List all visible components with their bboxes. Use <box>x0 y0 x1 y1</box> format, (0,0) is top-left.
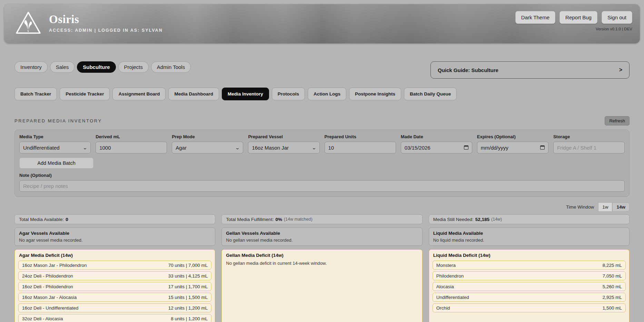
sub-tabs: Batch TrackerPesticide TrackerAssignment… <box>14 88 630 100</box>
liquid-deficit-list: Monstera 8,225 mL Philodendron 7,050 mL … <box>433 261 626 312</box>
deficit-row: Orchid 1,500 mL <box>433 303 626 312</box>
time-window-option[interactable]: 14w <box>612 202 630 212</box>
sub-tab[interactable]: Media Inventory <box>222 88 269 100</box>
refresh-button[interactable]: Refresh <box>605 116 630 125</box>
prep-mode-label: Prep Mode <box>172 134 243 139</box>
agar-deficit-title: Agar Media Deficit (14w) <box>18 253 211 258</box>
section-title: PREPARED MEDIA INVENTORY <box>14 118 102 123</box>
gellan-deficit-title: Gellan Media Deficit (14w) <box>225 253 418 258</box>
calendar-icon <box>464 145 468 150</box>
deficit-row: 16oz Deli - Undifferentiated 12 units | … <box>18 303 211 312</box>
access-line: ACCESS: ADMIN | LOGGED IN AS: SYLVAN <box>49 28 163 33</box>
header-button[interactable]: Sign out <box>602 11 632 24</box>
liquid-deficit-panel: Liquid Media Deficit (14w) Monstera 8,22… <box>429 249 630 322</box>
derived-ml-label: Derived mL <box>96 134 167 139</box>
media-type-select[interactable]: Undifferentiated ⌄ <box>19 142 91 153</box>
header-button[interactable]: Dark Theme <box>515 11 555 24</box>
storage-label: Storage <box>553 134 625 139</box>
deficit-row: Philodendron 7,050 mL <box>433 271 626 280</box>
sub-tab[interactable]: Assignment Board <box>112 88 166 100</box>
deficit-row: 16oz Deli - Philodendron 17 units | 1,70… <box>18 282 211 291</box>
gellan-deficit-panel: Gellan Media Deficit (14w) No gellan med… <box>221 249 422 322</box>
summary-bar: Media Still Needed: 52,185 (14w) <box>429 214 630 224</box>
agar-deficit-list: 16oz Mason Jar - Philodendron 70 units |… <box>18 261 211 322</box>
made-date-label: Made Date <box>401 134 472 139</box>
expires-input[interactable]: mm/dd/yyyy <box>477 142 548 153</box>
time-window-option[interactable]: 1w <box>598 202 612 212</box>
chevron-down-icon: ⌄ <box>235 145 240 150</box>
note-input[interactable] <box>19 180 625 192</box>
quick-guide-button[interactable]: Quick Guide: Subculture > <box>430 61 630 79</box>
main-tab[interactable]: Sales <box>50 61 75 73</box>
osiris-logo-icon <box>14 10 42 35</box>
chevron-down-icon: ⌄ <box>83 145 88 150</box>
quick-guide-label: Quick Guide: Subculture <box>438 67 498 73</box>
main-tab[interactable]: Admin Tools <box>151 61 191 73</box>
header-banner: Osiris ACCESS: ADMIN | LOGGED IN AS: SYL… <box>4 4 640 43</box>
chevron-right-icon: > <box>619 67 622 73</box>
deficit-row: 16oz Mason Jar - Alocasia 15 units | 1,5… <box>18 293 211 302</box>
made-date-input[interactable]: 03/15/2026 <box>401 142 472 153</box>
sub-tab[interactable]: Batch Tracker <box>14 88 57 100</box>
storage-input[interactable] <box>553 142 625 153</box>
chevron-down-icon: ⌄ <box>311 145 316 150</box>
deficit-row: Alocasia 5,260 mL <box>433 282 626 291</box>
header-button[interactable]: Report Bug <box>559 11 597 24</box>
summary-bar: Total Media Fulfillment: 0% (14w matched… <box>221 214 422 224</box>
sub-tab[interactable]: Pesticide Tracker <box>60 88 110 100</box>
prepared-vessel-select[interactable]: 16oz Mason Jar ⌄ <box>248 142 319 153</box>
time-window-toggle: 1w14w <box>598 202 630 212</box>
agar-deficit-panel: Agar Media Deficit (14w) 16oz Mason Jar … <box>14 249 215 322</box>
prepared-units-input[interactable] <box>325 142 396 153</box>
main-tabs: InventorySalesSubcultureProjectsAdmin To… <box>14 61 191 73</box>
prepared-units-label: Prepared Units <box>325 134 396 139</box>
version-text: Version v0.1.0 | DEV <box>515 27 632 31</box>
main-tab[interactable]: Projects <box>118 61 149 73</box>
liquid-deficit-title: Liquid Media Deficit (14w) <box>433 253 626 258</box>
sub-tab[interactable]: Action Logs <box>308 88 346 100</box>
main-tab[interactable]: Subculture <box>77 61 116 73</box>
sub-tab[interactable]: Protocols <box>272 88 305 100</box>
main-tab[interactable]: Inventory <box>14 61 48 73</box>
availability-panel: Agar Vessels Available No agar vessel me… <box>14 228 215 246</box>
availability-panel: Liquid Media Available No liquid media r… <box>429 228 630 246</box>
summary-bar: Total Media Available: 0 <box>14 214 215 224</box>
sub-tab[interactable]: Batch Daily Queue <box>404 88 457 100</box>
availability-panels: Agar Vessels Available No agar vessel me… <box>14 228 630 246</box>
time-window-label: Time Window <box>566 204 594 210</box>
calendar-icon <box>540 145 545 150</box>
sub-tab[interactable]: Media Dashboard <box>168 88 219 100</box>
header-buttons: Dark ThemeReport BugSign out <box>515 11 632 24</box>
deficit-row: Monstera 8,225 mL <box>433 261 626 270</box>
summary-bars: Total Media Available: 0 Total Media Ful… <box>14 214 630 224</box>
prepared-vessel-label: Prepared Vessel <box>248 134 319 139</box>
note-label: Note (Optional) <box>19 173 625 178</box>
availability-panel: Gellan Vessels Available No gellan vesse… <box>221 228 422 246</box>
deficit-row: 24oz Deli - Philodendron 33 units | 4,12… <box>18 271 211 280</box>
app-title: Osiris <box>49 13 163 26</box>
add-media-batch-button[interactable]: Add Media Batch <box>19 158 93 169</box>
media-type-label: Media Type <box>19 134 91 139</box>
deficit-row: 16oz Mason Jar - Philodendron 70 units |… <box>18 261 211 270</box>
sub-tab[interactable]: Postpone Insights <box>349 88 401 100</box>
deficit-row: Undifferentiated 2,925 mL <box>433 293 626 302</box>
derived-ml-input[interactable] <box>96 142 167 153</box>
prep-mode-select[interactable]: Agar ⌄ <box>172 142 243 153</box>
expires-label: Expires (Optional) <box>477 134 548 139</box>
gellan-deficit-empty: No gellan media deficit in current 14-we… <box>225 261 418 266</box>
prepared-media-form: Media Type Undifferentiated ⌄ Derived mL… <box>14 130 630 197</box>
deficit-row: 32oz Deli - Alocasia 8 units | 1,200 mL <box>18 314 211 322</box>
